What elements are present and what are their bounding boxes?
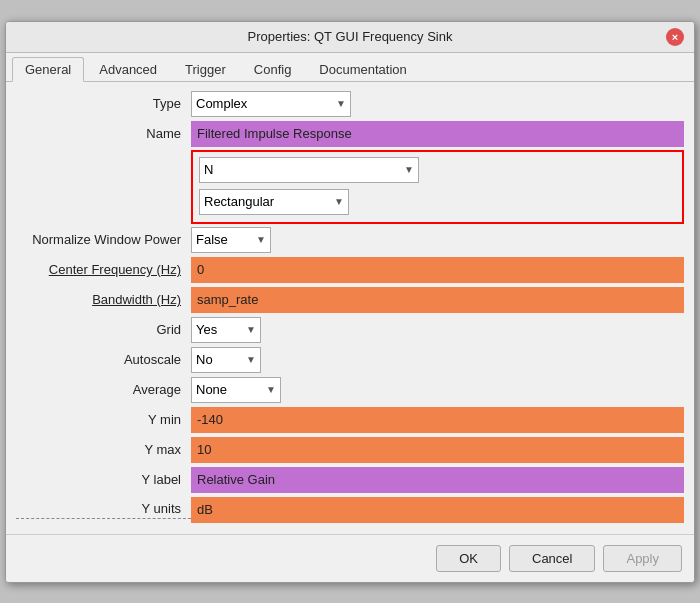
yunits-input[interactable]: dB — [191, 497, 684, 523]
average-value: None ▼ — [191, 377, 684, 403]
grid-row: Grid Yes No ▼ — [16, 316, 684, 344]
tab-trigger[interactable]: Trigger — [172, 57, 239, 81]
ymax-row: Y max 10 — [16, 436, 684, 464]
average-select[interactable]: None — [191, 377, 281, 403]
name-row: Name Filtered Impulse Response — [16, 120, 684, 148]
window-type-select[interactable]: Rectangular — [199, 189, 349, 215]
ok-button[interactable]: OK — [436, 545, 501, 572]
average-row: Average None ▼ — [16, 376, 684, 404]
center-freq-row: Center Frequency (Hz) 0 — [16, 256, 684, 284]
bandwidth-label: Bandwidth (Hz) — [16, 292, 191, 307]
ylabel-value: Relative Gain — [191, 467, 684, 493]
fft-size-row: N ▼ — [199, 156, 676, 184]
apply-button[interactable]: Apply — [603, 545, 682, 572]
grid-select[interactable]: Yes No — [191, 317, 261, 343]
yunits-label: Y units — [16, 501, 191, 519]
normalize-select[interactable]: False True — [191, 227, 271, 253]
grid-value: Yes No ▼ — [191, 317, 684, 343]
normalize-select-wrapper: False True ▼ — [191, 227, 271, 253]
normalize-label: Normalize Window Power — [16, 232, 191, 247]
ylabel-row: Y label Relative Gain — [16, 466, 684, 494]
autoscale-label: Autoscale — [16, 352, 191, 367]
center-freq-label: Center Frequency (Hz) — [16, 262, 191, 277]
window-type-select-wrapper: Rectangular ▼ — [199, 189, 349, 215]
normalize-value: False True ▼ — [191, 227, 684, 253]
ymin-value: -140 — [191, 407, 684, 433]
fft-window-highlighted: N ▼ Rectangular ▼ — [191, 150, 684, 224]
ymin-input[interactable]: -140 — [191, 407, 684, 433]
ylabel-input[interactable]: Relative Gain — [191, 467, 684, 493]
name-label: Name — [16, 126, 191, 141]
normalize-row: Normalize Window Power False True ▼ — [16, 226, 684, 254]
fft-size-select[interactable]: N — [199, 157, 419, 183]
fft-size-select-wrapper: N ▼ — [199, 157, 419, 183]
title-bar: Properties: QT GUI Frequency Sink × — [6, 22, 694, 53]
name-input[interactable]: Filtered Impulse Response — [191, 121, 684, 147]
tab-documentation[interactable]: Documentation — [306, 57, 419, 81]
average-select-wrapper: None ▼ — [191, 377, 281, 403]
type-row: Type Complex ▼ — [16, 90, 684, 118]
autoscale-select[interactable]: No Yes — [191, 347, 261, 373]
ymax-input[interactable]: 10 — [191, 437, 684, 463]
autoscale-row: Autoscale No Yes ▼ — [16, 346, 684, 374]
yunits-value: dB — [191, 497, 684, 523]
autoscale-value: No Yes ▼ — [191, 347, 684, 373]
name-value: Filtered Impulse Response — [191, 121, 684, 147]
ylabel-label: Y label — [16, 472, 191, 487]
center-freq-input[interactable]: 0 — [191, 257, 684, 283]
form-content: Type Complex ▼ Name Filtered Impulse Res… — [6, 82, 694, 534]
properties-dialog: Properties: QT GUI Frequency Sink × Gene… — [5, 21, 695, 583]
center-freq-value: 0 — [191, 257, 684, 283]
average-label: Average — [16, 382, 191, 397]
window-type-row: Rectangular ▼ — [199, 188, 676, 216]
bandwidth-value: samp_rate — [191, 287, 684, 313]
ymax-value: 10 — [191, 437, 684, 463]
ymax-label: Y max — [16, 442, 191, 457]
type-label: Type — [16, 96, 191, 111]
tab-general[interactable]: General — [12, 57, 84, 82]
tab-config[interactable]: Config — [241, 57, 305, 81]
type-select[interactable]: Complex — [191, 91, 351, 117]
grid-select-wrapper: Yes No ▼ — [191, 317, 261, 343]
fft-window-labels — [16, 150, 191, 224]
bandwidth-row: Bandwidth (Hz) samp_rate — [16, 286, 684, 314]
cancel-button[interactable]: Cancel — [509, 545, 595, 572]
close-button[interactable]: × — [666, 28, 684, 46]
dialog-title: Properties: QT GUI Frequency Sink — [34, 29, 666, 44]
grid-label: Grid — [16, 322, 191, 337]
type-select-wrapper: Complex ▼ — [191, 91, 351, 117]
fft-window-group: N ▼ Rectangular ▼ — [16, 150, 684, 224]
type-value: Complex ▼ — [191, 91, 684, 117]
tab-advanced[interactable]: Advanced — [86, 57, 170, 81]
yunits-row: Y units dB — [16, 496, 684, 524]
bandwidth-input[interactable]: samp_rate — [191, 287, 684, 313]
autoscale-select-wrapper: No Yes ▼ — [191, 347, 261, 373]
ymin-label: Y min — [16, 412, 191, 427]
ymin-row: Y min -140 — [16, 406, 684, 434]
footer: OK Cancel Apply — [6, 534, 694, 582]
tabs-bar: General Advanced Trigger Config Document… — [6, 53, 694, 82]
